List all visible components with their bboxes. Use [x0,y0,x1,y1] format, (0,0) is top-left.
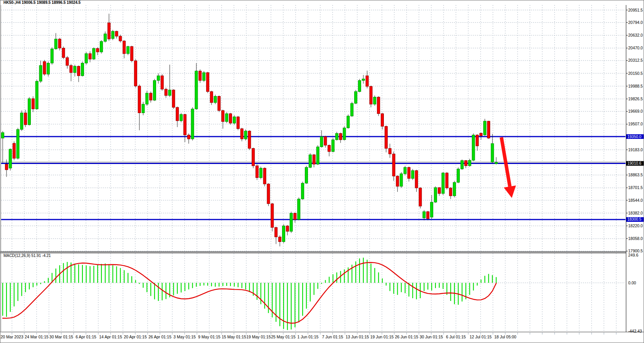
terminal-window: HK50-,H4 19006.5 19089.5 18996.5 19024.5… [0,0,644,343]
candle-body [210,91,213,103]
candle-body [62,48,65,58]
candle-body [446,173,448,188]
candle-body [24,113,27,125]
candle-body [176,107,179,121]
arrow-head [504,186,516,198]
candle-body [123,41,126,54]
candle-body [206,73,209,91]
price-axis-label: 18058.0 [628,236,643,241]
candle-body [309,155,311,167]
candle-body [5,164,8,170]
candle-body [252,149,255,166]
candle-body [290,213,293,231]
price-axis-label: 20312.5 [628,58,643,63]
date-label: 18 Jul 05:00 [494,335,516,339]
price-axis-label: 19183.0 [628,147,643,152]
price-axis-label: 18701.5 [628,185,643,190]
candle-body [161,76,163,89]
candle-body [127,47,129,54]
chart-svg[interactable]: 20951.520794.020632.020470.020312.520150… [0,0,644,343]
candle-body [66,57,69,66]
candle-body [362,79,365,81]
date-label: 14 Apr 01:15 [99,335,122,339]
candle-body [343,128,346,140]
candle-body [214,96,217,103]
candle-body [301,183,304,199]
candle-body [351,103,353,116]
arrow-shaft [501,137,510,186]
candle-body [491,144,494,162]
candle-body [138,86,141,113]
candle-body [313,155,315,164]
candle-body [392,154,395,176]
price-axis[interactable]: 20951.520794.020632.020470.020312.520150… [626,8,644,333]
candle-body [495,162,498,164]
candle-body [9,149,12,168]
candle-body [150,93,152,100]
macd-histogram-layer [3,258,496,330]
date-label: 20 Mar 2023 [1,335,24,339]
down-arrow-annotation[interactable] [501,137,516,198]
candle-body [35,81,38,109]
date-label: 25 May 01:15 [271,335,296,339]
macd-axis-label: 249.6 [628,253,638,257]
candle-body [480,133,483,136]
candle-body [233,117,235,123]
candle-body [237,117,239,129]
candle-body [347,116,350,128]
candle-body [111,31,114,39]
candle-body [108,23,110,39]
candle-body [294,213,296,220]
date-label: 19 May 01:15 [246,335,271,339]
candle-body [13,143,15,158]
candle-body [256,166,258,178]
date-label: 30 Mar 01:15 [49,335,73,339]
price-axis-label: 19669.0 [628,109,643,113]
candle-body [142,104,145,113]
candle-body [180,115,183,121]
candle-body [134,61,137,86]
candle-body [464,161,467,166]
price-axis-label: 20794.0 [628,20,643,25]
candle-body [419,188,422,206]
date-label: 19 Jun 01:15 [370,335,394,339]
date-label: 13 Jun 01:15 [346,335,369,339]
candle-body [153,81,156,100]
candle-body [218,96,220,111]
candle-body [100,41,103,52]
candle-body [43,61,46,74]
candle-body [388,149,391,154]
macd-axis-label: 0.00 [628,280,636,285]
candle-body [146,93,148,104]
candle-body [89,54,91,59]
candle-body [453,182,456,196]
candle-body [472,135,475,161]
candle-body [427,212,429,219]
candle-body [248,131,251,149]
candle-body [203,73,205,81]
candle-body [408,167,410,179]
time-axis[interactable]: 20 Mar 202324 Mar 01:1530 Mar 01:156 Apr… [1,335,516,339]
date-label: 6 Apr 01:15 [76,335,96,339]
candle-body [54,39,57,49]
candle-body [81,63,84,76]
candle-body [263,168,266,184]
price-axis-label: 18220.0 [628,223,643,228]
candle-body [381,114,384,127]
candle-body [74,66,76,73]
candle-body [461,161,463,169]
candle-body [165,89,167,95]
date-label: 3 May 01:15 [173,335,196,339]
price-axis-label: 18863.5 [628,172,643,177]
candle-body [298,199,300,220]
candle-body [328,145,331,152]
candle-body [225,114,228,122]
date-label: 26 Apr 01:15 [148,335,172,339]
date-label: 26 Jun 01:15 [395,335,419,339]
candle-body [396,176,399,186]
candle-body [282,226,285,242]
price-axis-label: 20470.0 [628,46,643,50]
chart-title-bar: HK50-,H4 19006.5 19089.5 18996.5 19024.5 [0,0,644,5]
candle-body [271,204,274,227]
candle-body [115,31,118,36]
